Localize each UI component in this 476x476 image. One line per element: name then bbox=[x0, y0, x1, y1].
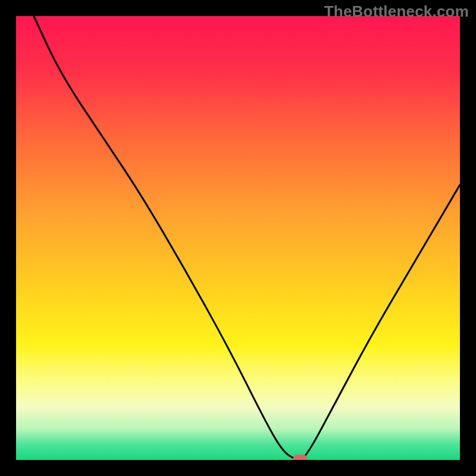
gradient-background bbox=[16, 16, 460, 460]
watermark-text: TheBottleneck.com bbox=[324, 2, 469, 21]
optimum-marker bbox=[293, 455, 307, 460]
plot-area bbox=[16, 16, 460, 460]
plot-svg bbox=[16, 16, 460, 460]
chart-frame: TheBottleneck.com bbox=[0, 0, 476, 476]
